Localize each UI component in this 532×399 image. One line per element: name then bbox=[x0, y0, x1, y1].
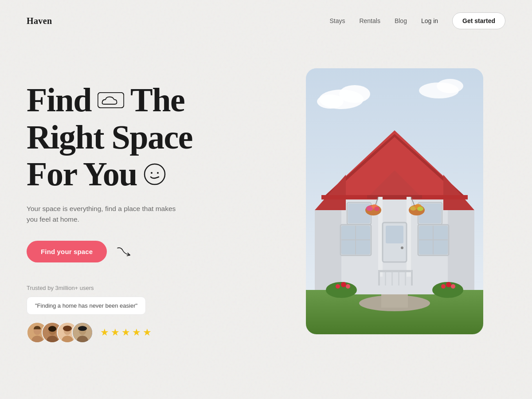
svg-rect-75 bbox=[398, 272, 399, 286]
svg-rect-34 bbox=[448, 210, 474, 290]
house-scene-svg bbox=[306, 68, 483, 334]
svg-point-47 bbox=[401, 246, 403, 249]
svg-rect-0 bbox=[98, 93, 124, 108]
svg-point-11 bbox=[48, 326, 56, 332]
svg-point-64 bbox=[374, 207, 379, 211]
navbar: Haven Stays Rentals Blog Log in Get star… bbox=[0, 0, 532, 42]
avatars-stars-row: ★ ★ ★ ★ ★ bbox=[27, 322, 257, 343]
svg-point-82 bbox=[441, 284, 446, 289]
quote-box: "Finding a home has never been easier" bbox=[27, 297, 146, 315]
star-4: ★ bbox=[132, 327, 141, 338]
svg-rect-33 bbox=[315, 210, 341, 290]
social-proof: Trusted by 3million+ users "Finding a ho… bbox=[27, 285, 257, 343]
arrow-icon bbox=[116, 245, 133, 258]
hero-left: Find The Right Space For You bbox=[27, 68, 257, 343]
login-link[interactable]: Log in bbox=[421, 17, 438, 24]
svg-point-1 bbox=[145, 164, 165, 184]
star-5: ★ bbox=[143, 327, 152, 338]
svg-point-84 bbox=[451, 284, 455, 289]
svg-rect-74 bbox=[391, 272, 393, 286]
svg-rect-41 bbox=[367, 195, 422, 199]
svg-point-69 bbox=[417, 207, 423, 211]
star-rating: ★ ★ ★ ★ ★ bbox=[100, 327, 152, 338]
svg-rect-76 bbox=[405, 272, 406, 286]
svg-point-79 bbox=[336, 284, 340, 289]
nav-rentals[interactable]: Rentals bbox=[359, 17, 380, 24]
trusted-text: Trusted by 3million+ users bbox=[27, 285, 257, 291]
svg-point-83 bbox=[446, 282, 451, 287]
svg-rect-56 bbox=[348, 203, 370, 223]
title-line-2: Right Space bbox=[27, 119, 257, 156]
svg-rect-70 bbox=[378, 270, 411, 272]
main-content: Find The Right Space For You bbox=[0, 42, 532, 343]
hero-subtitle: Your space is everything, find a place t… bbox=[27, 203, 177, 225]
star-2: ★ bbox=[111, 327, 120, 338]
house-image bbox=[306, 68, 483, 334]
svg-rect-46 bbox=[386, 226, 403, 243]
title-line-3: For You bbox=[27, 156, 257, 193]
svg-point-25 bbox=[437, 79, 463, 93]
svg-point-15 bbox=[63, 325, 72, 331]
hero-image-right bbox=[284, 68, 505, 334]
svg-rect-73 bbox=[385, 272, 386, 286]
star-3: ★ bbox=[121, 327, 130, 338]
svg-point-23 bbox=[317, 94, 344, 109]
find-space-button[interactable]: Find your space bbox=[27, 241, 107, 262]
svg-rect-72 bbox=[411, 270, 413, 286]
nav-stays[interactable]: Stays bbox=[329, 17, 345, 24]
svg-point-22 bbox=[339, 85, 370, 103]
svg-point-81 bbox=[346, 284, 350, 289]
star-1: ★ bbox=[100, 327, 109, 338]
svg-point-3 bbox=[157, 172, 159, 174]
avatar-group bbox=[27, 322, 93, 343]
nav-links: Stays Rentals Blog Log in Get started bbox=[329, 12, 505, 29]
svg-rect-71 bbox=[378, 270, 380, 286]
hero-title: Find The Right Space For You bbox=[27, 82, 257, 193]
nav-blog[interactable]: Blog bbox=[395, 17, 407, 24]
avatar-4 bbox=[72, 322, 93, 343]
cta-row: Find your space bbox=[27, 241, 257, 262]
smiley-icon bbox=[143, 163, 166, 186]
title-line-1: Find The bbox=[27, 82, 257, 119]
get-started-button[interactable]: Get started bbox=[452, 12, 505, 29]
svg-point-2 bbox=[151, 172, 153, 174]
logo[interactable]: Haven bbox=[27, 16, 52, 26]
svg-point-80 bbox=[341, 282, 346, 287]
svg-point-19 bbox=[78, 326, 87, 331]
cloud-icon bbox=[98, 92, 124, 108]
